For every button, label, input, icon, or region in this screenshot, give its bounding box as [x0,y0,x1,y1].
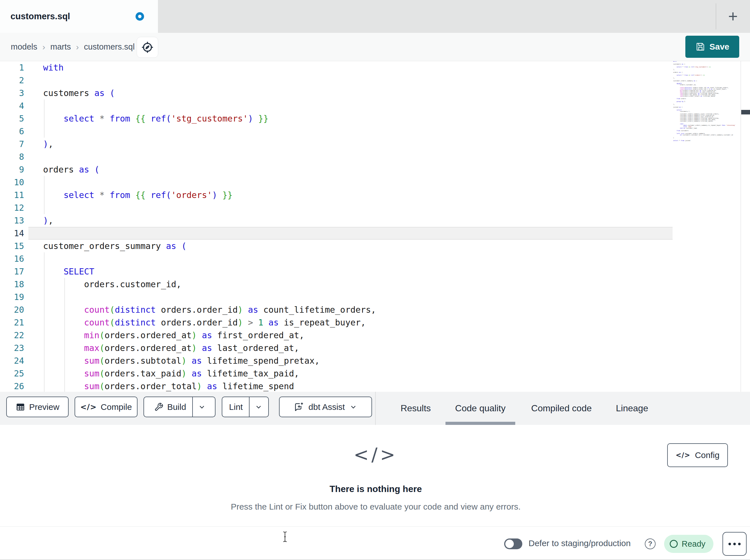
tab-results-label: Results [401,403,431,414]
code-line[interactable]: 10 [0,176,750,189]
line-number: 26 [0,380,31,392]
code-line[interactable]: 21 count(distinct orders.order_id) > 1 a… [0,316,750,329]
floppy-disk-icon [695,42,706,52]
code-line-content: min(orders.ordered_at) as first_ordered_… [31,329,304,341]
code-line[interactable]: 7), [0,138,750,150]
code-line[interactable]: 15customer_orders_summary as ( [0,240,750,252]
breadcrumb-item-file: customers.sql [84,42,135,51]
tab-compiled-code[interactable]: Compiled code [521,392,601,425]
code-line-content [31,252,43,265]
code-line[interactable]: 2 [0,74,750,87]
code-line-content: count(distinct orders.order_id) > 1 as i… [31,316,366,329]
code-line-content [31,201,43,214]
lint-dropdown-button[interactable] [249,397,268,417]
compass-icon-button[interactable] [137,37,158,58]
tab-results[interactable]: Results [391,392,441,425]
compile-button[interactable]: </> Compile [75,397,138,417]
tab-code-quality-label: Code quality [455,403,506,414]
question-circle-icon[interactable]: ? [645,538,656,549]
toggle-knob [505,540,514,548]
more-options-button[interactable] [723,532,747,556]
tab-lineage-label: Lineage [616,403,648,414]
line-number: 4 [0,99,31,112]
code-line[interactable]: 9orders as ( [0,163,750,176]
tab-strip-divider [716,3,716,29]
code-line[interactable]: 14 [0,227,750,240]
code-line[interactable]: 18 orders.customer_id, [0,278,750,291]
build-button[interactable]: Build [148,397,193,417]
dbt-assist-button-label: dbt Assist [309,402,345,412]
scrollbar-marker [741,110,750,115]
code-line-content: select * from {{ ref('orders') }} [31,189,233,201]
code-line-content [31,150,43,163]
line-number: 25 [0,367,31,380]
code-line-content: sum(orders.subtotal) as lifetime_spend_p… [31,354,320,367]
ellipsis-icon [728,543,731,545]
line-number: 16 [0,252,31,265]
save-button[interactable]: Save [685,36,739,58]
code-line[interactable]: 24 sum(orders.subtotal) as lifetime_spen… [0,354,750,367]
code-line[interactable]: 6 [0,125,750,138]
preview-button-label: Preview [29,402,60,412]
code-line-content: orders as ( [31,163,100,176]
file-tab[interactable]: customers.sql [0,0,158,33]
code-line[interactable]: 17 SELECT [0,265,750,278]
code-line[interactable]: 8 [0,150,750,163]
code-line-content: count(distinct orders.order_id) as count… [31,303,376,316]
code-line[interactable]: 26 sum(orders.order_total) as lifetime_s… [0,380,750,392]
code-editor[interactable]: 1with23customers as (45 select * from {{… [0,61,750,392]
code-line[interactable]: 5 select * from {{ ref('stg_customers') … [0,112,750,125]
minimap-code: with customers as ( select * from {{ ref… [673,61,741,141]
code-line-content: ), [31,138,53,150]
tab-lineage[interactable]: Lineage [606,392,658,425]
build-dropdown-button[interactable] [192,397,211,417]
code-line-content: with [31,61,63,74]
code-line[interactable]: 12 [0,201,750,214]
breadcrumb-separator-icon: › [76,42,79,52]
code-line[interactable]: 25 sum(orders.tax_paid) as lifetime_tax_… [0,367,750,380]
build-button-group: Build [143,397,216,417]
wrench-icon [154,402,163,412]
empty-state-description: Press the Lint or Fix button above to ev… [231,502,520,512]
code-line[interactable]: 20 count(distinct orders.order_id) as co… [0,303,750,316]
text-cursor-pointer [282,532,288,542]
config-button-label: Config [695,450,720,460]
code-line-content [31,176,43,189]
config-button[interactable]: </> Config [667,443,728,467]
code-line[interactable]: 13), [0,214,750,227]
breadcrumb-bar: models › marts › customers.sql Save [0,33,750,61]
code-line[interactable]: 3customers as ( [0,87,750,99]
compile-button-label: Compile [101,402,132,412]
new-tab-button[interactable]: + [721,0,745,32]
code-line[interactable]: 16 [0,252,750,265]
defer-toggle[interactable] [504,538,522,549]
code-line[interactable]: 11 select * from {{ ref('orders') }} [0,189,750,201]
code-line[interactable]: 1with [0,61,750,74]
code-icon: </> [80,402,97,411]
line-number: 3 [0,87,31,99]
minimap[interactable]: with customers as ( select * from {{ ref… [673,61,741,196]
code-line[interactable]: 4 [0,99,750,112]
code-line[interactable]: 19 [0,291,750,303]
line-number: 10 [0,176,31,189]
line-number: 11 [0,189,31,201]
tab-code-quality[interactable]: Code quality [446,392,515,425]
lint-button-label: Lint [229,402,243,412]
preview-button[interactable]: Preview [6,397,68,417]
code-line-content [31,125,43,138]
code-line-content: max(orders.ordered_at) as last_ordered_a… [31,341,299,354]
code-line[interactable]: 22 min(orders.ordered_at) as first_order… [0,329,750,341]
dbt-assist-button[interactable]: dbt Assist [279,397,372,417]
editor-scrollbar[interactable] [741,61,750,392]
toolbar-divider [375,392,376,425]
lint-button[interactable]: Lint [223,397,249,417]
code-line-content: sum(orders.order_total) as lifetime_spen… [31,380,294,392]
code-lines: 1with23customers as (45 select * from {{… [0,61,750,392]
line-number: 13 [0,214,31,227]
compass-icon [141,41,154,54]
build-button-label: Build [167,402,186,412]
line-number: 15 [0,240,31,252]
line-number: 8 [0,150,31,163]
empty-state-title: There is nothing here [330,484,422,494]
code-line[interactable]: 23 max(orders.ordered_at) as last_ordere… [0,341,750,354]
